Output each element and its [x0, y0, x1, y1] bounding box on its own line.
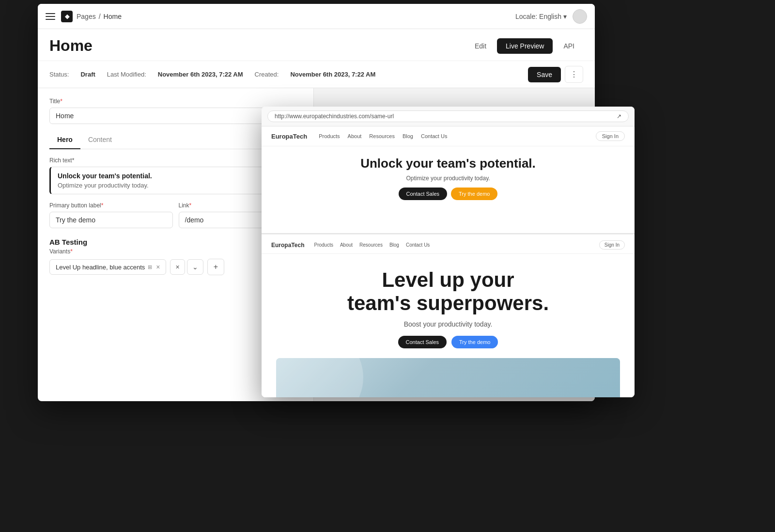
- nav-link-resources[interactable]: Resources: [369, 133, 395, 139]
- status-prefix: Status:: [49, 71, 69, 78]
- preview-logo: EuropaTech: [271, 133, 307, 140]
- variant-expand-button[interactable]: ⌄: [187, 259, 203, 275]
- primary-button-group: Primary button label*: [49, 202, 173, 228]
- variant-close-icon[interactable]: ×: [156, 263, 160, 271]
- rich-text-required: *: [72, 157, 75, 164]
- menu-icon[interactable]: [46, 13, 55, 20]
- preview-nav-links: Products About Resources Blog Contact Us: [319, 133, 447, 139]
- status-value: Draft: [80, 71, 95, 78]
- preview-ab-nav: EuropaTech Products About Resources Blog…: [262, 236, 635, 254]
- shape-decoration: [276, 358, 620, 397]
- preview-top-section: EuropaTech Products About Resources Blog…: [262, 126, 635, 233]
- preview-image-area: [276, 358, 620, 397]
- preview-hero-subtext: Optimize your productivity today.: [271, 175, 625, 182]
- tab-hero[interactable]: Hero: [49, 132, 80, 149]
- ab-nav-link-contact[interactable]: Contact Us: [406, 242, 430, 248]
- preview-ab-signin[interactable]: Sign In: [599, 240, 625, 250]
- variant-edit-icon[interactable]: ⊞: [148, 264, 152, 270]
- preview-contact-sales-btn[interactable]: Contact Sales: [399, 188, 447, 200]
- locale-chevron-icon: ▾: [563, 13, 567, 20]
- nav-link-about[interactable]: About: [348, 133, 362, 139]
- preview-url-bar: http://www.europatechindustries.com/same…: [262, 107, 635, 126]
- primary-btn-required: *: [101, 202, 104, 209]
- url-text: http://www.europatechindustries.com/same…: [275, 113, 394, 120]
- modified-value: November 6th 2023, 7:22 AM: [158, 71, 243, 78]
- url-field[interactable]: http://www.europatechindustries.com/same…: [267, 110, 629, 122]
- save-button[interactable]: Save: [528, 67, 561, 82]
- page-title-bar: Home Edit Live Preview API: [38, 29, 595, 61]
- tab-content[interactable]: Content: [80, 132, 120, 149]
- variants-required: *: [70, 248, 73, 255]
- ab-nav-link-about[interactable]: About: [340, 242, 353, 248]
- tab-live-preview[interactable]: Live Preview: [497, 38, 553, 54]
- preview-ab-logo: EuropaTech: [271, 242, 304, 249]
- breadcrumb-current: Home: [104, 13, 122, 20]
- preview-window: http://www.europatechindustries.com/same…: [262, 107, 635, 397]
- ab-nav-link-resources[interactable]: Resources: [359, 242, 383, 248]
- page-title: Home: [49, 37, 466, 55]
- preview-ab-contact-sales-btn[interactable]: Contact Sales: [398, 336, 447, 348]
- preview-hero-headline: Unlock your team's potential.: [271, 156, 625, 171]
- link-required: *: [189, 202, 192, 209]
- preview-try-demo-btn[interactable]: Try the demo: [451, 188, 497, 200]
- created-value: November 6th 2023, 7:22 AM: [290, 71, 375, 78]
- nav-link-products[interactable]: Products: [319, 133, 340, 139]
- created-prefix: Created:: [255, 71, 279, 78]
- variant-add-button[interactable]: +: [207, 259, 224, 275]
- breadcrumb: Pages / Home: [77, 13, 122, 20]
- preview-ab-try-demo-btn[interactable]: Try the demo: [451, 336, 498, 348]
- preview-ab-hero: Level up your team's superpowers. Boost …: [262, 254, 635, 358]
- locale-selector[interactable]: Locale: English ▾: [515, 13, 567, 20]
- tab-edit[interactable]: Edit: [466, 38, 495, 54]
- preview-hero: Unlock your team's potential. Optimize y…: [262, 146, 635, 200]
- locale-value: English: [539, 13, 561, 20]
- preview-ab-subtext: Boost your productivity today.: [281, 320, 615, 328]
- view-tabs: Edit Live Preview API: [466, 38, 583, 54]
- avatar[interactable]: [573, 9, 587, 24]
- preview-ab-buttons: Contact Sales Try the demo: [281, 336, 615, 348]
- status-bar: Status: Draft Last Modified: November 6t…: [38, 61, 595, 88]
- nav-link-blog[interactable]: Blog: [403, 133, 413, 139]
- variant-collapse-button[interactable]: ×: [170, 259, 185, 275]
- rich-text-subtext: Optimize your productivity today.: [58, 182, 294, 189]
- nav-link-contact[interactable]: Contact Us: [421, 133, 447, 139]
- variant-tag[interactable]: Level Up headline, blue accents ⊞ ×: [49, 259, 166, 275]
- tab-api[interactable]: API: [555, 38, 583, 54]
- top-bar-right: Locale: English ▾: [515, 9, 587, 24]
- rich-text-headline: Unlock your team's potential.: [58, 172, 294, 180]
- locale-label: Locale:: [515, 13, 537, 20]
- more-options-button[interactable]: ⋮: [565, 66, 583, 83]
- preview-nav: EuropaTech Products About Resources Blog…: [262, 126, 635, 146]
- logo-icon: ◆: [61, 11, 73, 22]
- status-bar-right: Save ⋮: [528, 66, 583, 83]
- primary-button-label: Primary button label*: [49, 202, 173, 209]
- breadcrumb-pages[interactable]: Pages: [77, 13, 96, 20]
- variant-actions: × ⌄: [170, 259, 203, 275]
- variant-name: Level Up headline, blue accents: [56, 264, 145, 271]
- preview-bottom-section: EuropaTech Products About Resources Blog…: [262, 234, 635, 397]
- primary-button-input[interactable]: [49, 212, 173, 228]
- modified-prefix: Last Modified:: [107, 71, 146, 78]
- title-label: Title*: [49, 98, 302, 105]
- preview-signin-button[interactable]: Sign In: [596, 131, 625, 141]
- top-bar: ◆ Pages / Home Locale: English ▾: [38, 4, 595, 29]
- title-required: *: [60, 98, 62, 105]
- ab-nav-link-blog[interactable]: Blog: [389, 242, 399, 248]
- ab-nav-link-products[interactable]: Products: [314, 242, 333, 248]
- breadcrumb-sep1: /: [99, 13, 101, 20]
- external-link-icon[interactable]: ↗: [617, 113, 621, 120]
- preview-ab-headline: Level up your team's superpowers.: [281, 268, 615, 315]
- preview-hero-buttons: Contact Sales Try the demo: [271, 188, 625, 200]
- preview-ab-nav-links: Products About Resources Blog Contact Us: [314, 242, 430, 248]
